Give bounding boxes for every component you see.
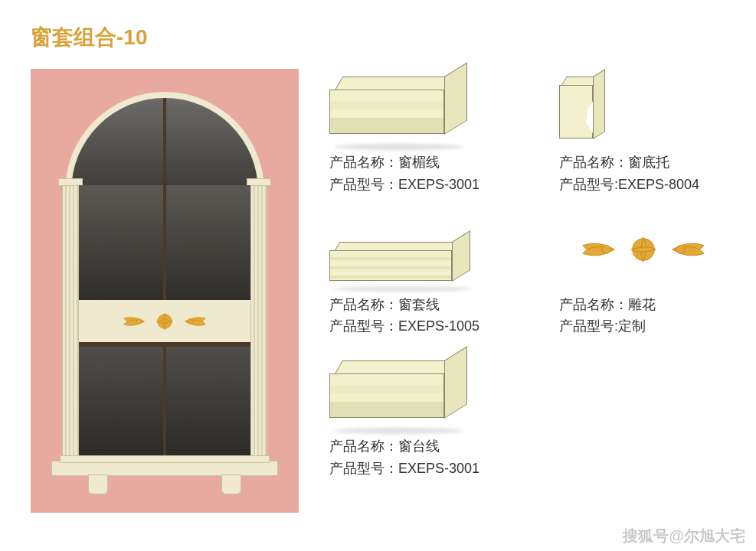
product-lintel: 产品名称：窗楣线 产品型号：EXEPS-3001 [329,69,529,196]
svg-point-1 [136,318,142,324]
product-catalog: 产品名称：窗楣线 产品型号：EXEPS-3001 产品名称：窗底托 产品型号:E… [329,69,743,495]
decor-carving-band [79,300,250,342]
lintel-molding-icon [329,77,467,145]
model-value: EXEPS-8004 [618,177,699,192]
corbel-left [88,474,108,494]
carving-ornament-icon [574,229,712,270]
product-carving: 产品名称：雕花 产品型号:定制 [559,211,728,338]
pilaster-left [62,185,79,461]
svg-point-5 [676,245,685,253]
pilaster-right [250,185,267,461]
corbel-icon [559,77,605,145]
product-corbel: 产品名称：窗底托 产品型号:EXEPS-8004 [559,69,728,196]
name-value: 窗楣线 [398,155,440,170]
model-value: 定制 [618,318,646,334]
name-value: 雕花 [628,297,656,312]
model-label: 产品型号： [329,177,398,192]
name-label: 产品名称： [559,155,628,170]
casing-trim-icon [329,242,475,288]
name-label: 产品名称： [329,439,398,454]
window-assembly [65,92,264,490]
svg-point-4 [602,245,610,253]
model-value: EXEPS-3001 [398,461,479,476]
model-value: EXEPS-1005 [398,318,479,334]
watermark: 搜狐号@尔旭大宅 [623,526,745,546]
corbel-right [221,474,241,494]
name-value: 窗台线 [398,439,440,454]
sill-molding-icon [329,360,467,429]
window-sill [51,461,278,476]
model-value: EXEPS-3001 [398,177,479,192]
name-label: 产品名称： [329,155,398,170]
name-label: 产品名称： [329,297,398,312]
name-label: 产品名称： [559,297,628,312]
model-label: 产品型号： [329,318,398,334]
product-sill: 产品名称：窗台线 产品型号：EXEPS-3001 [329,353,529,480]
name-value: 窗底托 [628,155,669,170]
svg-point-2 [188,318,193,324]
window-body [79,185,250,461]
product-casing: 产品名称：窗套线 产品型号：EXEPS-1005 [329,211,529,338]
name-value: 窗套线 [398,297,440,312]
window-arch [65,92,264,191]
model-label: 产品型号: [559,177,618,192]
carving-icon [111,306,218,337]
preview-panel [31,69,299,513]
model-label: 产品型号: [559,318,618,334]
model-label: 产品型号： [329,461,398,476]
page-title: 窗套组合-10 [31,23,147,52]
